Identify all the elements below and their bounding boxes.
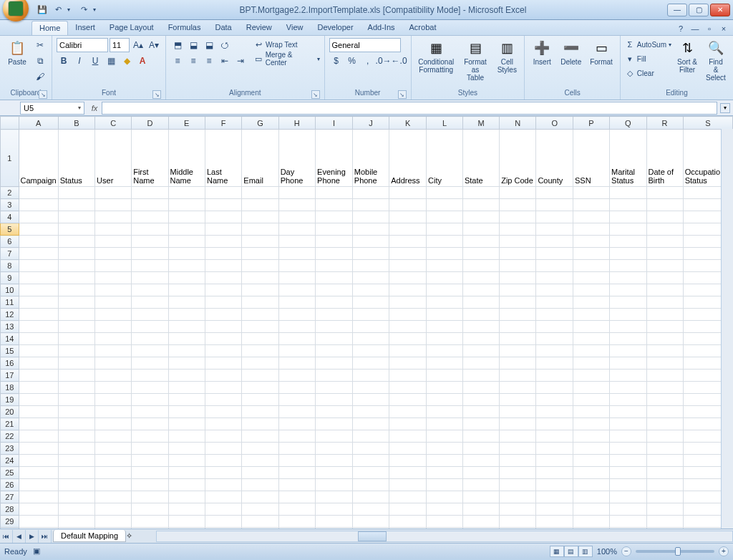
cell[interactable] xyxy=(19,260,58,272)
fx-icon[interactable]: fx xyxy=(87,104,102,112)
expand-formula-bar[interactable]: ▾ xyxy=(720,103,730,113)
cell[interactable] xyxy=(168,284,205,296)
cell[interactable] xyxy=(500,406,536,418)
cell[interactable] xyxy=(278,503,315,516)
cell[interactable] xyxy=(610,199,646,211)
alignment-dialog-launcher[interactable]: ↘ xyxy=(311,90,320,99)
next-sheet-icon[interactable]: ▶ xyxy=(26,530,39,543)
cell[interactable] xyxy=(95,357,132,370)
cell[interactable]: City xyxy=(427,130,463,187)
cell[interactable] xyxy=(205,491,242,503)
cell[interactable] xyxy=(95,430,132,443)
cell[interactable] xyxy=(205,345,242,357)
cell[interactable] xyxy=(316,418,353,430)
cell[interactable] xyxy=(500,248,536,260)
cell[interactable] xyxy=(242,418,278,430)
cell[interactable] xyxy=(389,357,427,370)
cell[interactable] xyxy=(316,345,353,357)
cell[interactable] xyxy=(536,370,573,382)
cell[interactable] xyxy=(646,503,683,516)
cell[interactable] xyxy=(352,272,389,284)
align-left-icon[interactable]: ≡ xyxy=(170,54,185,68)
cell[interactable] xyxy=(205,211,242,223)
cell[interactable] xyxy=(536,248,573,260)
cell[interactable] xyxy=(462,406,499,418)
cell[interactable] xyxy=(427,467,463,479)
cell[interactable] xyxy=(352,199,389,211)
cell[interactable] xyxy=(646,418,683,430)
merge-center-button[interactable]: ▭Merge & Center▾ xyxy=(253,52,320,65)
cell[interactable] xyxy=(242,455,278,467)
cell[interactable] xyxy=(389,503,427,516)
row-header[interactable]: 23 xyxy=(1,443,19,455)
decrease-font-icon[interactable]: A▾ xyxy=(147,38,161,52)
cell[interactable] xyxy=(242,296,278,309)
cell[interactable] xyxy=(168,345,205,357)
cell[interactable] xyxy=(95,479,132,491)
cell[interactable] xyxy=(610,528,646,529)
cell[interactable] xyxy=(573,430,609,443)
cell[interactable] xyxy=(132,248,168,260)
cell[interactable] xyxy=(610,236,646,248)
cell[interactable] xyxy=(242,248,278,260)
cell[interactable] xyxy=(389,296,427,309)
cell[interactable] xyxy=(610,479,646,491)
cell[interactable] xyxy=(58,321,94,333)
cell[interactable] xyxy=(389,430,427,443)
cut-icon[interactable]: ✂ xyxy=(33,38,47,52)
cell[interactable] xyxy=(316,333,353,345)
cell[interactable] xyxy=(610,406,646,418)
cell[interactable] xyxy=(95,418,132,430)
cell[interactable] xyxy=(205,236,242,248)
cell[interactable] xyxy=(205,528,242,529)
cell[interactable] xyxy=(573,296,609,309)
cell[interactable] xyxy=(389,199,427,211)
cell[interactable] xyxy=(462,296,499,309)
accounting-format-icon[interactable]: $ xyxy=(329,54,344,68)
cell[interactable] xyxy=(278,516,315,528)
cell[interactable] xyxy=(389,382,427,394)
cell[interactable] xyxy=(427,296,463,309)
cell[interactable] xyxy=(132,345,168,357)
page-break-view-icon[interactable]: ▥ xyxy=(578,546,593,557)
cell[interactable] xyxy=(278,443,315,455)
cell[interactable] xyxy=(573,236,609,248)
cell[interactable] xyxy=(389,491,427,503)
cell[interactable] xyxy=(610,272,646,284)
cell[interactable] xyxy=(462,516,499,528)
autosum-button[interactable]: ΣAutoSum▾ xyxy=(625,38,671,51)
cell[interactable] xyxy=(278,187,315,199)
cell[interactable] xyxy=(316,357,353,370)
cell[interactable] xyxy=(316,199,353,211)
zoom-out-button[interactable]: − xyxy=(621,546,631,556)
cell[interactable] xyxy=(427,357,463,370)
cell[interactable] xyxy=(242,357,278,370)
cell[interactable] xyxy=(58,370,94,382)
cell[interactable] xyxy=(205,503,242,516)
cell[interactable] xyxy=(132,406,168,418)
column-header[interactable]: L xyxy=(427,117,463,130)
cell[interactable] xyxy=(316,430,353,443)
find-select-button[interactable]: 🔍Find & Select xyxy=(703,38,729,83)
cell[interactable] xyxy=(19,382,58,394)
cell[interactable]: User xyxy=(95,130,132,187)
cell[interactable] xyxy=(58,296,94,309)
cell[interactable] xyxy=(19,491,58,503)
cell[interactable] xyxy=(316,455,353,467)
cell[interactable] xyxy=(205,296,242,309)
cell[interactable] xyxy=(610,370,646,382)
cell[interactable] xyxy=(205,187,242,199)
cell[interactable] xyxy=(573,394,609,406)
cell[interactable] xyxy=(389,406,427,418)
cell[interactable] xyxy=(242,382,278,394)
cell[interactable] xyxy=(95,503,132,516)
cell[interactable] xyxy=(427,248,463,260)
cell[interactable]: Zip Code xyxy=(500,130,536,187)
column-header[interactable]: M xyxy=(462,117,499,130)
cell[interactable] xyxy=(352,394,389,406)
cell[interactable] xyxy=(58,199,94,211)
cell[interactable] xyxy=(95,211,132,223)
cell[interactable]: Marital Status xyxy=(610,130,646,187)
cell[interactable] xyxy=(19,443,58,455)
row-header[interactable]: 2 xyxy=(1,187,19,199)
